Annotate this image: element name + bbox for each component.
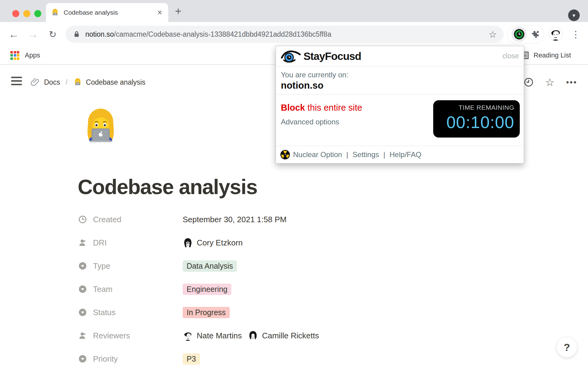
breadcrumb-item[interactable]: Docs [30,77,60,87]
extensions-puzzle-icon[interactable] [531,30,540,39]
reading-list-button[interactable]: Reading List [520,46,571,64]
sidebar-hamburger-icon[interactable] [11,76,22,86]
bookmark-star-icon[interactable]: ☆ [489,29,497,40]
property-label: Team [93,285,113,294]
person-name: Nate Martins [197,331,242,340]
url-domain: notion.so [85,30,114,38]
person-chip[interactable]: Camille Ricketts [248,330,319,341]
url-text: notion.so/camacme/Codebase-analysis-1338… [85,30,331,39]
property-label: Reviewers [93,331,130,340]
popup-close-link[interactable]: close [502,52,519,60]
address-bar[interactable]: notion.so/camacme/Codebase-analysis-1338… [65,26,504,43]
profile-avatar[interactable] [549,27,563,41]
help-button[interactable]: ? [556,337,577,358]
person-name: Cory Etzkorn [197,238,243,248]
zoom-window-button[interactable] [34,10,41,17]
apps-shortcut[interactable]: Apps [10,46,40,64]
property-row: StatusIn Progress [78,304,415,321]
page-title[interactable]: Codebase analysis [78,175,257,199]
footer-link-nuclear-option[interactable]: Nuclear Option [293,150,342,159]
browser-tab[interactable]: Codebase analysis × [46,3,168,22]
property-label: Type [93,261,110,271]
breadcrumb-label: Docs [44,78,60,86]
select-icon [78,262,87,270]
popup-footer: Nuclear Option|Settings|Help/FAQ [276,146,524,163]
footer-link-help-faq[interactable]: Help/FAQ [389,150,421,159]
stayfocusd-eye-logo-icon [281,49,301,63]
property-key[interactable]: Type [78,261,183,271]
browser-menu-kebab-icon[interactable]: ⋮ [570,22,582,46]
person-name: Camille Ricketts [262,331,319,340]
tag-badge[interactable]: Engineering [183,284,231,295]
paperclip-icon [30,77,40,87]
property-label: Created [93,215,121,224]
person-chip[interactable]: Cory Etzkorn [183,237,243,248]
block-site-link[interactable]: Block this entire site [281,103,362,113]
stayfocusd-extension-icon[interactable] [512,27,527,42]
block-word: Block [281,103,305,112]
close-window-button[interactable] [12,10,19,17]
person-chip[interactable]: Nate Martins [183,330,242,341]
property-text-value: September 30, 2021 1:58 PM [183,215,287,224]
browser-toolbar: ← → ↻ notion.so/camacme/Codebase-analysi… [0,22,588,46]
timer-label: TIME REMAINING [439,104,514,111]
advanced-options-link[interactable]: Advanced options [281,118,339,126]
tab-search-button[interactable]: ▼ [568,9,580,21]
select-icon [78,285,87,293]
favorite-star-icon[interactable]: ☆ [545,76,554,88]
chevron-down-icon: ▼ [572,13,576,18]
browser-titlebar: Codebase analysis × + ▼ [0,0,588,22]
property-value[interactable]: Data Analysis [183,260,237,272]
breadcrumb: Docs/Codebase analysis [30,72,145,93]
property-row: CreatedSeptember 30, 2021 1:58 PM [78,211,415,228]
property-value[interactable]: September 30, 2021 1:58 PM [183,215,287,224]
property-key[interactable]: DRI [78,238,183,248]
breadcrumb-separator: / [64,78,69,86]
page-icon-woman-technologist[interactable] [79,105,122,151]
property-value[interactable]: In Progress [183,307,230,318]
current-site-section: You are currently on: notion.so [276,66,524,94]
property-label: DRI [93,238,107,248]
apps-grid-icon [10,51,19,60]
tab-close-icon[interactable]: × [157,9,162,17]
tag-badge[interactable]: Data Analysis [183,260,237,272]
back-button[interactable]: ← [5,22,23,46]
property-value[interactable]: P3 [183,353,200,365]
property-value[interactable]: Nate MartinsCamille Ricketts [183,330,319,341]
property-key[interactable]: Reviewers [78,331,183,340]
footer-link-settings[interactable]: Settings [352,150,379,159]
property-row: TeamEngineering [78,281,415,298]
property-key[interactable]: Priority [78,354,183,364]
reload-button[interactable]: ↻ [43,22,62,46]
select-icon [78,355,87,363]
property-key[interactable]: Status [78,308,183,317]
property-row: TypeData Analysis [78,257,415,274]
property-row: ReviewersNate MartinsCamille Ricketts [78,327,415,344]
footer-link-separator: | [342,150,352,159]
property-key[interactable]: Team [78,285,183,294]
stayfocusd-popup: StayFocusd close You are currently on: n… [276,46,524,164]
breadcrumb-item[interactable]: Codebase analysis [73,78,145,87]
current-site-label: You are currently on: [281,71,519,79]
tag-badge[interactable]: P3 [183,353,200,365]
reading-list-label: Reading List [534,51,571,59]
tag-badge[interactable]: In Progress [183,307,230,318]
property-value[interactable]: Engineering [183,284,231,295]
property-key[interactable]: Created [78,215,183,224]
page-menu-ellipsis-icon[interactable]: ••• [566,78,577,87]
lock-icon[interactable] [73,31,80,38]
new-tab-button[interactable]: + [175,5,181,18]
notion-page-actions: ☆ ••• [524,72,577,93]
person-icon [78,238,87,247]
stayfocusd-brand: StayFocusd [303,50,361,62]
woman-technologist-icon [73,78,82,87]
property-label: Status [93,308,116,317]
clock-icon [78,215,87,224]
updates-clock-icon[interactable] [524,77,534,87]
forward-button: → [24,22,42,46]
popup-main-section: Block this entire site Advanced options … [276,94,524,146]
tab-favicon-woman-technologist-icon [51,8,59,17]
property-value[interactable]: Cory Etzkorn [183,237,243,248]
page-properties: CreatedSeptember 30, 2021 1:58 PMDRICory… [78,211,415,368]
minimize-window-button[interactable] [23,10,30,17]
